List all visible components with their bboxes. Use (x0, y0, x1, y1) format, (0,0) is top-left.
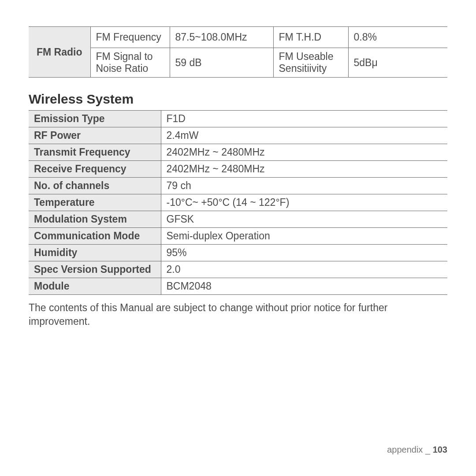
spec-label: Temperature (29, 194, 161, 211)
spec-label: Emission Type (29, 111, 161, 127)
spec-value: 2402MHz ~ 2480MHz (161, 144, 447, 161)
spec-value: F1D (161, 111, 447, 127)
spec-value: 2.4mW (161, 127, 447, 144)
spec-label: No. of channels (29, 178, 161, 194)
wireless-system-table: Emission TypeF1DRF Power2.4mWTransmit Fr… (29, 110, 447, 295)
table-row: Transmit Frequency2402MHz ~ 2480MHz (29, 144, 447, 161)
spec-value: 79 ch (161, 178, 447, 194)
spec-value: GFSK (161, 211, 447, 228)
spec-label: Transmit Frequency (29, 144, 161, 161)
fm-row-label: FM T.H.D (273, 27, 348, 48)
fm-row-value: 0.8% (348, 27, 447, 48)
spec-label: Spec Version Supported (29, 261, 161, 278)
spec-label: Communication Mode (29, 228, 161, 245)
table-row: Modulation SystemGFSK (29, 211, 447, 228)
fm-row-label: FM Useable Sensitiivity (273, 48, 348, 78)
disclaimer-note: The contents of this Manual are subject … (29, 301, 447, 328)
table-row: Humidity95% (29, 245, 447, 261)
spec-value: 2.0 (161, 261, 447, 278)
spec-label: Module (29, 278, 161, 295)
table-row: ModuleBCM2048 (29, 278, 447, 295)
fm-row-value: 59 dB (170, 48, 273, 78)
spec-value: BCM2048 (161, 278, 447, 295)
spec-value: -10°C~ +50°C (14 ~ 122°F) (161, 194, 447, 211)
fm-row-label: FM Signal to Noise Ratio (90, 48, 170, 78)
table-row: Temperature-10°C~ +50°C (14 ~ 122°F) (29, 194, 447, 211)
table-row: RF Power2.4mW (29, 127, 447, 144)
spec-value: 2402MHz ~ 2480MHz (161, 161, 447, 178)
spec-label: RF Power (29, 127, 161, 144)
spec-value: 95% (161, 245, 447, 261)
wireless-heading: Wireless System (29, 92, 447, 107)
spec-label: Humidity (29, 245, 161, 261)
table-row: Emission TypeF1D (29, 111, 447, 127)
spec-value: Semi-duplex Operation (161, 228, 447, 245)
fm-row-value: 5dBμ (348, 48, 447, 78)
footer-section: appendix _ (387, 445, 430, 454)
table-row: Communication ModeSemi-duplex Operation (29, 228, 447, 245)
fm-radio-table: FM Radio FM Frequency 87.5~108.0MHz FM T… (29, 26, 447, 78)
table-row: Spec Version Supported2.0 (29, 261, 447, 278)
fm-row-value: 87.5~108.0MHz (170, 27, 273, 48)
fm-radio-header: FM Radio (29, 27, 90, 78)
table-row: No. of channels79 ch (29, 178, 447, 194)
spec-label: Receive Frequency (29, 161, 161, 178)
fm-row-label: FM Frequency (90, 27, 170, 48)
footer-page-number: 103 (433, 445, 447, 454)
page-footer: appendix _ 103 (387, 445, 447, 455)
table-row: Receive Frequency2402MHz ~ 2480MHz (29, 161, 447, 178)
spec-label: Modulation System (29, 211, 161, 228)
